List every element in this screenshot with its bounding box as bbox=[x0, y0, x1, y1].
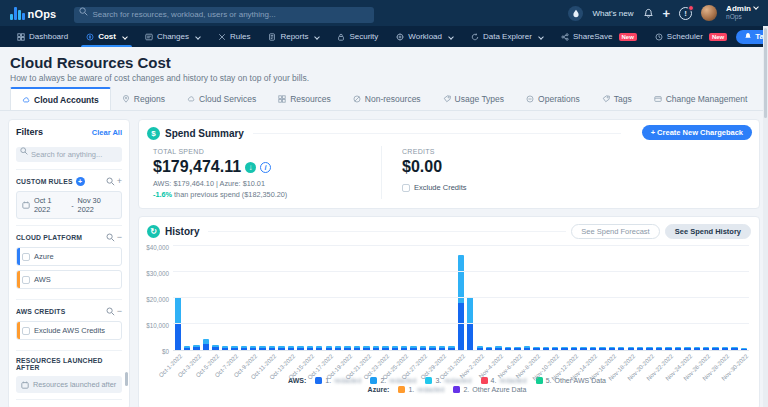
bar-Nov-18-2022[interactable] bbox=[626, 247, 635, 350]
bar-Nov-14-2022[interactable] bbox=[588, 247, 597, 350]
bar-Oct-24-2022[interactable] bbox=[390, 247, 399, 350]
bar-Nov-16-2022[interactable] bbox=[607, 247, 616, 350]
nops-logo[interactable]: nOps bbox=[10, 7, 56, 20]
exclude-aws-credits-option[interactable]: Exclude AWS Credits bbox=[16, 321, 122, 340]
bar-Oct-17-2022[interactable] bbox=[324, 247, 333, 350]
filters-search[interactable] bbox=[16, 143, 122, 162]
bar-Nov-13-2022[interactable] bbox=[579, 247, 588, 350]
date-range-input[interactable]: Oct 1 2022 - Nov 30 2022 bbox=[16, 191, 122, 219]
bar-Oct-1-2022[interactable] bbox=[173, 247, 182, 350]
bar-Oct-21-2022[interactable] bbox=[362, 247, 371, 350]
checkbox[interactable] bbox=[22, 253, 30, 261]
see-spend-forecast-button[interactable]: See Spend Forecast bbox=[571, 224, 659, 239]
create-chargeback-button[interactable]: + Create New Chargeback bbox=[642, 125, 752, 140]
bar-Nov-27-2022[interactable] bbox=[711, 247, 720, 350]
page-scrollbar[interactable] bbox=[763, 26, 768, 407]
bar-Nov-8-2022[interactable] bbox=[532, 247, 541, 350]
bar-Nov-1-2022[interactable] bbox=[466, 247, 475, 350]
global-search-input[interactable] bbox=[74, 7, 374, 23]
nav-item-data-explorer[interactable]: Data Explorer bbox=[462, 26, 552, 47]
bar-Oct-29-2022[interactable] bbox=[437, 247, 446, 350]
bar-Oct-23-2022[interactable] bbox=[381, 247, 390, 350]
bar-Oct-14-2022[interactable] bbox=[296, 247, 305, 350]
bar-Nov-30-2022[interactable] bbox=[739, 247, 748, 350]
bar-Nov-17-2022[interactable] bbox=[617, 247, 626, 350]
legend-item[interactable]: 1.redacted bbox=[315, 377, 361, 384]
nav-item-changes[interactable]: Changes bbox=[136, 26, 209, 47]
bar-Oct-13-2022[interactable] bbox=[286, 247, 295, 350]
user-avatar[interactable] bbox=[701, 5, 717, 21]
bar-Nov-7-2022[interactable] bbox=[522, 247, 531, 350]
bar-Oct-2-2022[interactable] bbox=[182, 247, 191, 350]
bar-Oct-3-2022[interactable] bbox=[192, 247, 201, 350]
bar-Oct-19-2022[interactable] bbox=[343, 247, 352, 350]
bar-Nov-11-2022[interactable] bbox=[560, 247, 569, 350]
bar-Oct-6-2022[interactable] bbox=[220, 247, 229, 350]
bar-Nov-19-2022[interactable] bbox=[635, 247, 644, 350]
bar-Oct-31-2022[interactable] bbox=[456, 247, 465, 350]
legend-item[interactable]: 2.Other Azure Data bbox=[453, 386, 526, 393]
tab-non-resources[interactable]: Non-resources bbox=[342, 88, 432, 110]
bar-Nov-26-2022[interactable] bbox=[702, 247, 711, 350]
tab-tags[interactable]: Tags bbox=[591, 88, 643, 110]
bar-Nov-2-2022[interactable] bbox=[475, 247, 484, 350]
bar-Oct-8-2022[interactable] bbox=[239, 247, 248, 350]
bar-Nov-9-2022[interactable] bbox=[541, 247, 550, 350]
nav-item-workload[interactable]: Workload bbox=[387, 26, 462, 47]
bar-Nov-28-2022[interactable] bbox=[720, 247, 729, 350]
bar-Oct-5-2022[interactable] bbox=[211, 247, 220, 350]
nav-item-dashboard[interactable]: Dashboard bbox=[8, 26, 77, 47]
bar-Nov-4-2022[interactable] bbox=[494, 247, 503, 350]
bar-Nov-22-2022[interactable] bbox=[664, 247, 673, 350]
bar-Oct-28-2022[interactable] bbox=[428, 247, 437, 350]
nav-item-rules[interactable]: Rules bbox=[209, 26, 259, 47]
tab-usage-types[interactable]: Usage Types bbox=[432, 88, 515, 110]
tab-operations[interactable]: Operations bbox=[515, 88, 591, 110]
collapse-icon[interactable]: − bbox=[117, 306, 122, 316]
user-menu[interactable]: Admin nOps bbox=[726, 5, 758, 20]
bar-Oct-9-2022[interactable] bbox=[249, 247, 258, 350]
bar-Oct-11-2022[interactable] bbox=[267, 247, 276, 350]
filters-search-input[interactable] bbox=[16, 147, 122, 162]
nav-item-security[interactable]: Security bbox=[328, 26, 387, 47]
legend-item[interactable]: 2.redacted bbox=[370, 377, 416, 384]
bar-Oct-26-2022[interactable] bbox=[409, 247, 418, 350]
clear-all-link[interactable]: Clear All bbox=[92, 128, 122, 137]
notifications-bell-icon[interactable] bbox=[643, 8, 654, 19]
whats-new-icon[interactable] bbox=[568, 6, 583, 21]
legend-item[interactable]: 4.redacted bbox=[481, 377, 527, 384]
alerts-icon[interactable]: ! bbox=[679, 7, 692, 20]
bar-Nov-3-2022[interactable] bbox=[484, 247, 493, 350]
search-filter-icon[interactable] bbox=[106, 233, 115, 242]
bar-Oct-27-2022[interactable] bbox=[418, 247, 427, 350]
info-icon[interactable]: i bbox=[260, 162, 271, 173]
exclude-credits-option[interactable]: Exclude Credits bbox=[402, 183, 467, 192]
legend-item[interactable]: 3.redacted bbox=[425, 377, 471, 384]
bar-Nov-10-2022[interactable] bbox=[551, 247, 560, 350]
global-search[interactable] bbox=[74, 3, 374, 23]
tab-regions[interactable]: Regions bbox=[111, 88, 176, 110]
nav-item-scheduler[interactable]: SchedulerNew bbox=[646, 26, 736, 47]
bar-Nov-29-2022[interactable] bbox=[730, 247, 739, 350]
search-filter-icon[interactable] bbox=[106, 177, 115, 186]
sidebar-scrollbar[interactable] bbox=[125, 372, 128, 386]
bar-Oct-25-2022[interactable] bbox=[400, 247, 409, 350]
bar-Oct-15-2022[interactable] bbox=[305, 247, 314, 350]
nav-item-cost[interactable]: Cost bbox=[77, 26, 136, 47]
bar-Oct-10-2022[interactable] bbox=[258, 247, 267, 350]
bar-Nov-12-2022[interactable] bbox=[569, 247, 578, 350]
checkbox[interactable] bbox=[22, 327, 30, 335]
bar-Nov-24-2022[interactable] bbox=[683, 247, 692, 350]
whats-new-label[interactable]: What's new bbox=[592, 9, 633, 18]
bar-Oct-16-2022[interactable] bbox=[315, 247, 324, 350]
bar-Oct-20-2022[interactable] bbox=[352, 247, 361, 350]
bar-Oct-12-2022[interactable] bbox=[277, 247, 286, 350]
bar-Oct-18-2022[interactable] bbox=[333, 247, 342, 350]
collapse-icon[interactable]: − bbox=[117, 232, 122, 242]
add-icon[interactable]: + bbox=[663, 7, 671, 20]
tab-change-management[interactable]: Change Management bbox=[643, 88, 759, 110]
checkbox[interactable] bbox=[22, 276, 30, 284]
bar-Nov-6-2022[interactable] bbox=[513, 247, 522, 350]
bar-Oct-4-2022[interactable] bbox=[201, 247, 210, 350]
expand-icon[interactable]: + bbox=[117, 176, 122, 186]
